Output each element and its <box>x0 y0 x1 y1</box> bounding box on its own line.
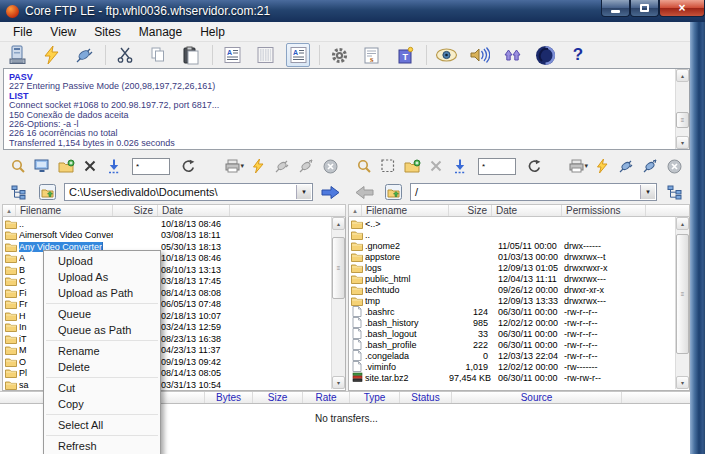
queue-column-type[interactable]: Type <box>350 392 400 403</box>
context-menu-item-upload[interactable]: Upload <box>44 253 160 269</box>
new-folder-button[interactable] <box>400 155 424 177</box>
site-manager-button[interactable] <box>6 43 30 67</box>
panel-close-button[interactable] <box>662 155 686 177</box>
scroll-up-icon[interactable]: ▴ <box>676 217 689 230</box>
panel-connect-button[interactable] <box>270 155 294 177</box>
delete-button[interactable] <box>78 155 102 177</box>
queue-column-status[interactable]: Status <box>400 392 452 403</box>
dropdown-arrow-icon[interactable]: ▾ <box>296 185 311 199</box>
context-menu-item-upload-as-path[interactable]: Upload as Path <box>44 285 160 301</box>
paste-button[interactable] <box>179 43 203 67</box>
scroll-thumb[interactable]: ≡ <box>332 237 345 298</box>
sounds-button[interactable] <box>467 43 491 67</box>
queue-button[interactable] <box>500 43 524 67</box>
context-menu-item-select-all[interactable]: Select All <box>44 417 160 433</box>
delete-button[interactable] <box>424 155 448 177</box>
dropdown-arrow-icon[interactable]: ▾ <box>640 185 655 199</box>
menu-view[interactable]: View <box>41 23 85 41</box>
context-menu-item-delete[interactable]: Delete <box>44 359 160 375</box>
file-row[interactable]: .bash_history98512/02/12 00:00-rw-r--r-- <box>349 317 675 328</box>
file-row[interactable]: tmp12/09/13 13:33drwxrwx--- <box>349 295 675 306</box>
file-row[interactable]: .bash_profile22206/30/11 00:00-rw-r--r-- <box>349 339 675 350</box>
context-menu-item-refresh[interactable]: Refresh <box>44 438 160 454</box>
file-row[interactable]: site.tar.bz297,454 KB06/30/11 00:00-rw-r… <box>349 372 675 383</box>
local-scrollbar[interactable]: ▴≡▾ <box>331 217 345 389</box>
new-folder-button[interactable] <box>54 155 78 177</box>
remote-file-list[interactable]: <..>...gnome211/05/11 00:00drwx------app… <box>348 217 690 391</box>
panel-connect-button[interactable] <box>614 155 638 177</box>
file-row[interactable]: .gnome211/05/11 00:00drwx------ <box>349 240 675 251</box>
connect-button[interactable] <box>72 43 96 67</box>
context-menu-item-upload-as[interactable]: Upload As <box>44 269 160 285</box>
help-button[interactable]: ? <box>566 43 590 67</box>
panel-reconnect-button[interactable] <box>294 155 318 177</box>
column-filename[interactable]: Filename <box>16 205 113 216</box>
panel-reconnect-button[interactable] <box>638 155 662 177</box>
tree-view-button[interactable] <box>662 181 686 203</box>
quick-connect-button[interactable] <box>39 43 63 67</box>
view-options-button[interactable] <box>434 43 458 67</box>
menu-sites[interactable]: Sites <box>85 23 130 41</box>
cut-button[interactable] <box>113 43 137 67</box>
tree-view-button[interactable] <box>6 181 30 203</box>
up-directory-button[interactable] <box>35 181 59 203</box>
scroll-thumb[interactable]: ≡ <box>676 112 689 128</box>
remote-list-header[interactable]: ▴ Filename Size Date Permissions <box>348 204 690 217</box>
file-row[interactable]: logs12/09/13 01:05drwxrwxr-x <box>349 262 675 273</box>
file-row[interactable]: .congelada012/03/13 22:04-rw-r--r-- <box>349 350 675 361</box>
scroll-up-icon[interactable]: ▴ <box>332 217 345 230</box>
search-button[interactable] <box>6 155 30 177</box>
minimize-button[interactable] <box>601 0 630 17</box>
select-button[interactable] <box>376 155 400 177</box>
panel-close-button[interactable] <box>318 155 342 177</box>
scroll-down-icon[interactable]: ▾ <box>676 376 689 389</box>
refresh-button[interactable] <box>522 155 546 177</box>
file-row[interactable]: .. <box>349 229 675 240</box>
chevron-down-icon[interactable]: ▾ <box>240 162 244 170</box>
transfer-left-button[interactable] <box>352 181 376 203</box>
view-log-button[interactable]: A <box>220 43 244 67</box>
up-directory-button[interactable] <box>381 181 405 203</box>
menu-help[interactable]: Help <box>191 23 234 41</box>
menu-manage[interactable]: Manage <box>130 23 191 41</box>
queue-column-bytes[interactable]: Bytes <box>205 392 253 403</box>
titlebar[interactable]: Core FTP LE - ftp.whl0036.whservidor.com… <box>0 0 705 22</box>
scroll-down-icon[interactable]: ▾ <box>332 376 345 389</box>
go-transfer-button[interactable] <box>318 181 342 203</box>
chevron-down-icon[interactable]: ▾ <box>584 162 588 170</box>
view-raw-button[interactable] <box>253 43 277 67</box>
queue-column-rate[interactable]: Rate <box>303 392 350 403</box>
template-button[interactable]: T <box>393 43 417 67</box>
context-menu-item-queue[interactable]: Queue <box>44 306 160 322</box>
context-menu-item-cut[interactable]: Cut <box>44 380 160 396</box>
local-path-combobox[interactable]: C:\Users\edivaldo\Documents\ ▾ <box>64 183 313 201</box>
local-list-header[interactable]: ▴ Filename Size Date <box>2 204 346 217</box>
scroll-thumb[interactable]: ≡ <box>676 234 689 354</box>
context-menu-item-rename[interactable]: Rename <box>44 343 160 359</box>
remote-path-combobox[interactable]: / ▾ <box>410 183 657 201</box>
remote-filter-input[interactable] <box>478 158 516 175</box>
scroll-up-icon[interactable]: ▴ <box>676 69 689 82</box>
close-button[interactable]: × <box>659 0 705 17</box>
file-row[interactable]: .viminfo1,01912/02/12 00:00-rw------- <box>349 361 675 372</box>
scroll-track[interactable]: ≡ <box>676 230 689 376</box>
column-size[interactable]: Size <box>449 205 492 216</box>
column-size[interactable]: Size <box>113 205 158 216</box>
menu-file[interactable]: File <box>4 23 41 41</box>
sort-indicator[interactable]: ▴ <box>3 205 16 216</box>
context-menu-item-copy[interactable]: Copy <box>44 396 160 412</box>
file-row[interactable]: ..10/18/13 08:46 <box>3 218 331 230</box>
scroll-down-icon[interactable]: ▾ <box>676 136 689 149</box>
copy-button[interactable] <box>146 43 170 67</box>
maximize-button[interactable] <box>630 0 659 17</box>
context-menu-item-queue-as-path[interactable]: Queue as Path <box>44 322 160 338</box>
remote-scrollbar[interactable]: ▴≡▾ <box>675 217 689 389</box>
transfer-button[interactable] <box>448 155 472 177</box>
ftp-log[interactable]: PASV227 Entering Passive Mode (200,98,19… <box>3 68 690 150</box>
file-row[interactable]: .bashrc12406/30/11 00:00-rw-r--r-- <box>349 306 675 317</box>
scroll-track[interactable]: ≡ <box>676 82 689 136</box>
panel-quick-connect-button[interactable] <box>246 155 270 177</box>
file-row[interactable]: <..> <box>349 218 675 229</box>
view-split-button[interactable]: A <box>286 43 310 67</box>
script-button[interactable]: s <box>360 43 384 67</box>
